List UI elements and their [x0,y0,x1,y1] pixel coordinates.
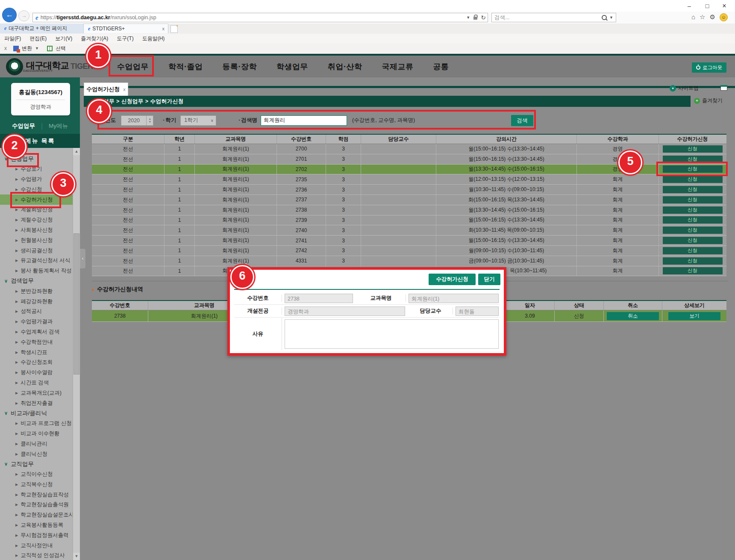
sidebar-item-39[interactable]: ▶교직적성 인성검사 [0,551,73,560]
scroll-up-icon[interactable]: ▲ [73,148,80,155]
sidebar-item-11[interactable]: ▶봉사 활동계획서 작성 [0,266,73,276]
sidebar-collapse-handle[interactable]: ‹ [80,248,86,269]
modal-reason-textarea[interactable] [285,319,499,349]
sidebar-item-24[interactable]: ▶취업전자출결 [0,398,73,408]
apply-button[interactable]: 신청 [663,247,723,254]
modal-apply-button[interactable]: 수강허가신청 [429,274,476,285]
favorites-star-icon[interactable]: ☆ [700,13,705,21]
add-favorites-link[interactable]: + 즐겨찾기 [694,97,723,104]
sidebar-item-26[interactable]: ▶비교과 프로그램 신청 [0,419,73,429]
sidebar-item-37[interactable]: ▶무시험검정원서출력 [0,530,73,540]
sidebar-tab-work[interactable]: 수업업무 [12,122,35,130]
nav-item-6[interactable]: 공통 [433,62,449,72]
search-name-input[interactable] [261,115,347,126]
sidebar-item-12[interactable]: ∨검색업무 [0,276,73,286]
nav-item-4[interactable]: 취업·산학 [328,62,362,72]
browser-tab-main-page[interactable]: e 대구대학교 + 메인 페이지 [0,24,84,33]
sitemap-link[interactable]: ♦ 사이트맵 [670,85,699,92]
menubar-item-1[interactable]: 편집(E) [29,35,47,42]
apply-button[interactable]: 신청 [663,257,723,265]
sidebar-item-15[interactable]: ▶성적공시 [0,307,73,317]
sidebar-item-34[interactable]: ▶학교현장실습출석원 [0,500,73,510]
apply-button[interactable]: 신청 [663,165,723,173]
sidebar-item-28[interactable]: ▶클리닉관리 [0,439,73,449]
sidebar-item-13[interactable]: ▶분반강좌현황 [0,286,73,296]
modal-close-button[interactable]: 닫기 [478,274,500,285]
close-window-button[interactable]: × [717,1,732,11]
apply-button[interactable]: 신청 [663,156,723,163]
apply-button[interactable]: 신청 [663,145,723,153]
apply-button[interactable]: 신청 [663,227,723,234]
sidebar-item-32[interactable]: ▶교직복수신청 [0,480,73,490]
sidebar-tab-my-menu[interactable]: My메뉴 [49,122,68,130]
scrollbar-thumb[interactable] [74,233,79,374]
sidebar-item-38[interactable]: ▶교직사정안내 [0,540,73,551]
home-icon[interactable]: ⌂ [691,13,695,21]
view-button[interactable]: 보기 [668,312,720,320]
sidebar-item-6[interactable]: ▶계절수강신청 [0,215,73,225]
menubar-item-4[interactable]: 도구(T) [117,35,133,42]
apply-button[interactable]: 신청 [663,206,723,214]
sidebar-item-22[interactable]: ▶시간표 검색 [0,378,73,388]
url-field[interactable]: e https://tigersstd.daegu.ac.kr/nxrun/ss… [32,13,488,22]
nav-item-0[interactable]: 수업업무 [117,62,149,72]
sidebar-item-9[interactable]: ▶생리공결신청 [0,245,73,256]
year-spinner[interactable]: 2020 ▲▼ [121,115,153,126]
menubar-item-0[interactable]: 파일(F) [4,35,21,42]
sidebar-item-31[interactable]: ▶교직이수신청 [0,469,73,480]
sidebar-item-23[interactable]: ▶교과목개요(교과) [0,388,73,398]
sidebar-item-21[interactable]: ▶봉사이수열람 [0,368,73,378]
minimize-button[interactable]: – [682,1,697,11]
sidebar-item-8[interactable]: ▶헌혈봉사신청 [0,235,73,245]
sidebar-item-20[interactable]: ▶수강신청조회 [0,357,73,368]
convert-button[interactable]: 변환 [22,45,32,52]
apply-button[interactable]: 신청 [663,196,723,203]
menubar-item-3[interactable]: 즐겨찾기(A) [81,35,108,42]
nav-item-5[interactable]: 국제교류 [382,62,414,72]
forward-button[interactable]: → [18,10,29,21]
menubar-item-2[interactable]: 보기(V) [55,35,72,42]
apply-button[interactable]: 신청 [663,176,723,183]
sidebar-item-17[interactable]: ▶수업계획서 검색 [0,327,73,337]
scroll-down-icon[interactable]: ▼ [73,553,80,560]
browser-tab-stdtigers[interactable]: e STDTIGERS+ x [84,24,168,33]
search-icon[interactable] [602,15,607,20]
sidebar-item-30[interactable]: ∨교직업무 [0,459,73,469]
sidebar-item-5[interactable]: ▶계절희망신청 [0,205,73,215]
content-tab-close-icon[interactable]: x [123,87,126,92]
menubar-item-5[interactable]: 도움말(H) [142,35,165,42]
spinner-arrows-icon[interactable]: ▲▼ [146,116,153,125]
new-tab-button[interactable] [171,25,178,33]
apply-button[interactable]: 신청 [663,216,723,224]
convert-dropdown-icon[interactable]: ▼ [35,46,39,50]
sidebar-item-27[interactable]: ▶비교과 이수현황 [0,429,73,439]
sidebar-item-16[interactable]: ▶수업평가결과 [0,317,73,327]
browser-search-box[interactable]: 검색... ▼ [491,13,616,22]
sidebar-item-10[interactable]: ▶유고결석신청서 서식 [0,256,73,266]
sidebar-item-19[interactable]: ▶학생시간표 [0,347,73,357]
sidebar-item-33[interactable]: ▶학교현장실습표작성 [0,489,73,500]
smiley-icon[interactable]: ☺ [720,13,728,21]
back-button[interactable]: ← [3,8,16,22]
sidebar-item-35[interactable]: ▶학교현장실습설문조사 [0,510,73,520]
sidebar-scrollbar[interactable]: ▲ ▼ [73,148,80,560]
refresh-icon[interactable]: ↻ [481,14,486,21]
command-bar-close-icon[interactable]: x [4,45,7,51]
settings-gear-icon[interactable]: ⚙ [710,13,715,21]
sidebar-item-14[interactable]: ▶폐강강좌현황 [0,296,73,307]
cancel-button[interactable]: 취소 [607,312,659,320]
tab-close-icon[interactable]: x [162,26,165,31]
sidebar-item-29[interactable]: ▶클리닉신청 [0,449,73,459]
autocomplete-dropdown-icon[interactable]: ▼ [466,15,470,20]
nav-item-2[interactable]: 등록·장학 [223,62,257,72]
sidebar-item-18[interactable]: ▶수강학점안내 [0,337,73,347]
apply-button[interactable]: 신청 [663,267,723,274]
apply-button[interactable]: 신청 [663,237,723,244]
nav-item-3[interactable]: 학생업무 [276,62,308,72]
semester-select[interactable]: 1학기 ∨ [180,115,216,126]
search-button[interactable]: 검색 [511,115,533,126]
maximize-button[interactable]: □ [700,1,714,11]
content-tab-course-permission[interactable]: 수업허가신청 x [84,83,128,96]
apply-button[interactable]: 신청 [663,186,723,193]
expand-panel-icon[interactable] [720,85,727,91]
